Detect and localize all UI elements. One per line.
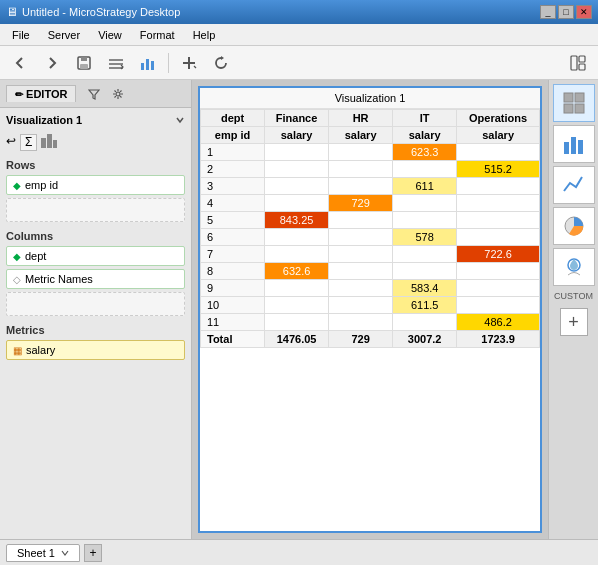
pie-chart-button[interactable] xyxy=(553,207,595,245)
table-cell xyxy=(393,263,457,280)
filter-icon[interactable] xyxy=(84,84,104,104)
svg-rect-4 xyxy=(109,63,123,65)
vis-panel: Visualization 1 dept Finance HR IT Opera… xyxy=(198,86,542,533)
table-row: 5843.25 xyxy=(201,212,540,229)
menu-server[interactable]: Server xyxy=(40,27,88,43)
app-icon: 🖥 xyxy=(6,5,18,19)
sub-hr: salary xyxy=(329,127,393,144)
table-cell: 632.6 xyxy=(265,263,329,280)
table-cell xyxy=(329,178,393,195)
table-cell xyxy=(265,144,329,161)
menu-help[interactable]: Help xyxy=(185,27,224,43)
maximize-button[interactable]: □ xyxy=(558,5,574,19)
sigma-button[interactable]: Σ xyxy=(20,134,37,151)
vis-table: dept Finance HR IT Operations emp id sal… xyxy=(200,109,540,348)
table-cell xyxy=(265,161,329,178)
bars-button[interactable] xyxy=(41,134,57,151)
table-cell: 843.25 xyxy=(265,212,329,229)
col-finance-header: Finance xyxy=(265,110,329,127)
svg-rect-16 xyxy=(47,134,52,148)
svg-rect-15 xyxy=(41,138,46,148)
col-header-row: dept Finance HR IT Operations xyxy=(201,110,540,127)
add-sheet-button[interactable]: + xyxy=(84,544,102,562)
menu-file[interactable]: File xyxy=(4,27,38,43)
total-it: 3007.2 xyxy=(393,331,457,348)
row-id: 11 xyxy=(201,314,265,331)
refresh-button[interactable] xyxy=(207,50,235,76)
vis-title-row: Visualization 1 xyxy=(6,114,185,126)
undo-button[interactable]: ↩ xyxy=(6,134,16,151)
dept-field[interactable]: ◆ dept xyxy=(6,246,185,266)
diamond-icon: ◆ xyxy=(13,180,21,191)
salary-field[interactable]: ▦ salary xyxy=(6,340,185,360)
table-cell: 623.3 xyxy=(393,144,457,161)
salary-label: salary xyxy=(26,344,55,356)
minimize-button[interactable]: _ xyxy=(540,5,556,19)
emp-id-field[interactable]: ◆ emp id xyxy=(6,175,185,195)
columns-label: Columns xyxy=(6,230,185,242)
row-id: 5 xyxy=(201,212,265,229)
menu-format[interactable]: Format xyxy=(132,27,183,43)
data-button[interactable] xyxy=(102,50,130,76)
rows-label: Rows xyxy=(6,159,185,171)
left-panel: ✏ EDITOR Visualization 1 ↩ Σ xyxy=(0,80,192,539)
editor-tab[interactable]: ✏ EDITOR xyxy=(6,85,76,102)
svg-rect-8 xyxy=(151,61,154,70)
total-label: Total xyxy=(201,331,265,348)
emp-id-label: emp id xyxy=(25,179,58,191)
table-cell xyxy=(457,144,540,161)
metric-names-field[interactable]: ◇ Metric Names xyxy=(6,269,185,289)
metric-names-label: Metric Names xyxy=(25,273,93,285)
sub-ops: salary xyxy=(457,127,540,144)
table-cell xyxy=(393,314,457,331)
table-cell: 611 xyxy=(393,178,457,195)
col-hr-header: HR xyxy=(329,110,393,127)
total-finance: 1476.05 xyxy=(265,331,329,348)
layout-button[interactable] xyxy=(564,50,592,76)
menu-view[interactable]: View xyxy=(90,27,130,43)
line-chart-button[interactable] xyxy=(553,166,595,204)
settings-icon[interactable] xyxy=(108,84,128,104)
save-button[interactable] xyxy=(70,50,98,76)
sheet-tab-1[interactable]: Sheet 1 xyxy=(6,544,80,562)
forward-button[interactable] xyxy=(38,50,66,76)
sub-it: salary xyxy=(393,127,457,144)
map-button[interactable] xyxy=(553,248,595,286)
table-cell xyxy=(329,229,393,246)
custom-label: CUSTOM xyxy=(554,291,593,301)
table-cell xyxy=(329,246,393,263)
vis-title: Visualization 1 xyxy=(6,114,82,126)
total-ops: 1723.9 xyxy=(457,331,540,348)
svg-rect-12 xyxy=(579,56,585,62)
metric-names-icon: ◇ xyxy=(13,274,21,285)
add-custom-button[interactable]: + xyxy=(560,308,588,336)
table-row: 8632.6 xyxy=(201,263,540,280)
table-cell: 486.2 xyxy=(457,314,540,331)
panel-content: Visualization 1 ↩ Σ Rows ◆ emp id Column… xyxy=(0,108,191,539)
add-button[interactable] xyxy=(175,50,203,76)
grid-view-button[interactable] xyxy=(553,84,595,122)
close-button[interactable]: ✕ xyxy=(576,5,592,19)
table-row: 2515.2 xyxy=(201,161,540,178)
col-it-header: IT xyxy=(393,110,457,127)
main-area: ✏ EDITOR Visualization 1 ↩ Σ xyxy=(0,80,598,539)
back-button[interactable] xyxy=(6,50,34,76)
chart-button[interactable] xyxy=(134,50,162,76)
svg-rect-23 xyxy=(571,137,576,154)
vis-scroll[interactable]: dept Finance HR IT Operations emp id sal… xyxy=(200,109,540,531)
table-cell xyxy=(265,246,329,263)
table-cell xyxy=(457,195,540,212)
svg-rect-19 xyxy=(575,93,584,102)
chevron-down-icon[interactable] xyxy=(175,115,185,125)
panel-tabs: ✏ EDITOR xyxy=(0,80,191,108)
bar-chart-button[interactable] xyxy=(553,125,595,163)
svg-rect-24 xyxy=(578,140,583,154)
window-controls: _ □ ✕ xyxy=(540,5,592,19)
menubar: File Server View Format Help xyxy=(0,24,598,46)
svg-rect-11 xyxy=(571,56,577,70)
table-cell xyxy=(393,161,457,178)
table-cell xyxy=(329,161,393,178)
dept-label: dept xyxy=(25,250,46,262)
total-row: Total 1476.05 729 3007.2 1723.9 xyxy=(201,331,540,348)
row-id: 6 xyxy=(201,229,265,246)
